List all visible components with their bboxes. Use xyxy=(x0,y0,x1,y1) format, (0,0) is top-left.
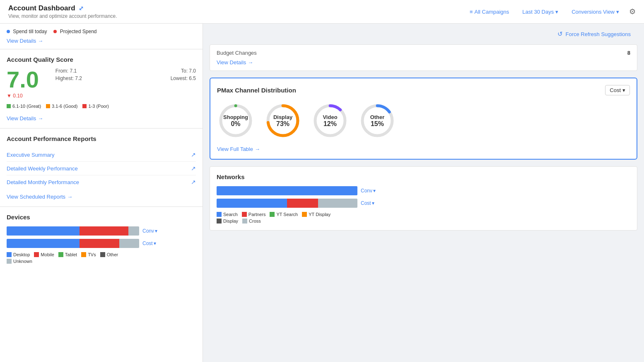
networks-conv-segment-search xyxy=(217,186,357,195)
detailed-weekly-link[interactable]: Detailed Weekly Performance xyxy=(7,165,78,172)
devices-conv-dropdown[interactable]: Conv ▾ xyxy=(142,228,157,234)
pmax-circle-display: Display 73% xyxy=(264,102,301,139)
report-row-monthly: Detailed Monthly Performance ↗ xyxy=(7,175,196,189)
devices-legend-tvs: TVs xyxy=(81,252,96,257)
quality-legend: 6.1-10 (Great) 3.1-6 (Good) 1-3 (Poor) xyxy=(7,104,196,109)
quality-meta-from-to: From: 7.1 To: 7.0 xyxy=(55,68,196,74)
quality-score-card: Account Quality Score 7.0 ▼ 0.10 From: 7… xyxy=(0,49,203,129)
spend-dot-today xyxy=(7,30,10,33)
devices-legend-row2: Unknown xyxy=(7,259,196,264)
spend-legend-projected: Projected Spend xyxy=(53,29,96,34)
networks-conv-dropdown[interactable]: Conv ▾ xyxy=(361,188,376,194)
arrow-right-icon: → xyxy=(38,38,43,44)
report-row-weekly: Detailed Weekly Performance ↗ xyxy=(7,162,196,175)
share-icon[interactable]: ⤢ xyxy=(79,5,84,12)
devices-card: Devices Conv ▾ xyxy=(0,207,203,270)
settings-icon[interactable]: ⚙ xyxy=(629,7,636,16)
header-right: ≡ All Campaigns Last 30 Days ▾ Conversio… xyxy=(466,7,636,17)
header-left: Account Dashboard ⤢ View, monitor and op… xyxy=(8,4,117,19)
quality-score-left: 7.0 ▼ 0.10 xyxy=(7,68,39,99)
budget-changes-value: 8 xyxy=(627,50,630,56)
conversions-view-button[interactable]: Conversions View ▾ xyxy=(568,7,622,17)
chevron-down-icon: ▾ xyxy=(373,188,376,194)
view-scheduled-link[interactable]: View Scheduled Reports → xyxy=(7,194,196,200)
external-link-icon[interactable]: ↗ xyxy=(191,165,196,172)
networks-legend-display: Display xyxy=(217,219,238,224)
chevron-down-icon: ▾ xyxy=(555,9,558,15)
quality-score-title: Account Quality Score xyxy=(7,56,196,63)
networks-cost-dropdown[interactable]: Cost ▾ xyxy=(361,200,374,206)
networks-cost-segment-partners xyxy=(287,199,318,208)
external-link-icon[interactable]: ↗ xyxy=(191,179,196,185)
chevron-down-icon: ▾ xyxy=(372,200,374,206)
detailed-monthly-link[interactable]: Detailed Monthly Performance xyxy=(7,179,79,185)
pmax-circles-row: Shopping 0% Display 73% xyxy=(217,102,630,139)
arrow-right-icon: → xyxy=(255,146,260,152)
devices-conv-row: Conv ▾ xyxy=(7,226,196,236)
spend-card: Spend till today Projected Spend View De… xyxy=(0,24,203,49)
spend-legend: Spend till today Projected Spend xyxy=(7,29,196,34)
budget-changes-card: Budget Changes 8 View Details → xyxy=(210,44,637,71)
cross-icon xyxy=(242,219,247,224)
arrow-right-icon: → xyxy=(67,194,72,200)
devices-cost-dropdown[interactable]: Cost ▾ xyxy=(142,241,156,246)
quality-view-details-link[interactable]: View Details → xyxy=(7,115,196,121)
chevron-down-icon: ▾ xyxy=(154,241,156,246)
networks-legend-yt-display: YT Display xyxy=(302,212,330,217)
pmax-view-full-table-link[interactable]: View Full Table → xyxy=(217,146,630,152)
pmax-view-full-table: View Full Table → xyxy=(217,146,630,152)
date-range-button[interactable]: Last 30 Days ▾ xyxy=(519,7,562,17)
arrow-right-icon: → xyxy=(248,59,253,66)
devices-legend-unknown: Unknown xyxy=(7,259,32,264)
executive-summary-link[interactable]: Executive Summary xyxy=(7,152,55,158)
networks-title: Networks xyxy=(217,173,630,180)
quality-score-delta: ▼ 0.10 xyxy=(7,93,39,99)
networks-cost-bar xyxy=(217,199,357,208)
devices-conv-bar xyxy=(7,226,139,236)
budget-changes-view-details-link[interactable]: View Details → xyxy=(217,59,630,66)
shopping-circle: Shopping 0% xyxy=(217,102,254,139)
quality-meta: From: 7.1 To: 7.0 Highest: 7.2 Lowest: 6… xyxy=(55,68,196,81)
main-content: Spend till today Projected Spend View De… xyxy=(0,24,644,362)
devices-conv-segment-desktop xyxy=(7,226,80,236)
mobile-icon xyxy=(34,252,39,257)
spend-view-details-link[interactable]: View Details → xyxy=(7,38,196,44)
other-icon xyxy=(100,252,105,257)
page-subtitle: View, monitor and optimize account perfo… xyxy=(8,13,117,19)
pmax-circle-video: Video 12% xyxy=(311,102,349,139)
quality-score-value: 7.0 xyxy=(7,68,39,91)
unknown-icon xyxy=(7,259,12,264)
tablet-icon xyxy=(58,252,63,257)
yt-display-icon xyxy=(302,212,307,217)
quality-legend-great: 6.1-10 (Great) xyxy=(7,104,41,109)
great-icon xyxy=(7,104,11,108)
right-panel: ↺ Force Refresh Suggestions Budget Chang… xyxy=(203,24,644,362)
networks-card: Networks Conv ▾ Cost xyxy=(210,166,637,231)
refresh-icon: ↺ xyxy=(557,30,563,38)
pmax-header: PMax Channel Distribution Cost ▾ xyxy=(217,85,630,95)
networks-legend-partners: Partners xyxy=(242,212,266,217)
pmax-cost-dropdown[interactable]: Cost ▾ xyxy=(605,85,630,95)
chevron-down-icon: ▾ xyxy=(155,228,157,234)
all-campaigns-button[interactable]: ≡ All Campaigns xyxy=(466,7,512,17)
good-icon xyxy=(46,104,50,108)
report-row-executive: Executive Summary ↗ xyxy=(7,148,196,162)
arrow-right-icon: → xyxy=(38,115,43,121)
budget-changes-header: Budget Changes 8 xyxy=(217,50,630,56)
networks-conv-row: Conv ▾ xyxy=(217,186,630,195)
search-icon xyxy=(217,212,222,217)
display-circle-text: Display 73% xyxy=(273,114,292,128)
devices-legend-mobile: Mobile xyxy=(34,252,54,257)
devices-conv-segment-mobile xyxy=(80,226,128,236)
top-bar: Account Dashboard ⤢ View, monitor and op… xyxy=(0,0,644,24)
display-icon xyxy=(217,219,222,224)
external-link-icon[interactable]: ↗ xyxy=(191,151,196,158)
chevron-down-icon: ▾ xyxy=(622,87,625,93)
poor-icon xyxy=(82,104,87,108)
quality-meta-high-low: Highest: 7.2 Lowest: 6.5 xyxy=(55,75,196,81)
filter-icon: ≡ xyxy=(470,9,473,15)
networks-cost-segment-search xyxy=(217,199,287,208)
force-refresh-button[interactable]: ↺ Force Refresh Suggestions xyxy=(552,28,636,40)
page-title: Account Dashboard ⤢ xyxy=(8,4,117,12)
devices-cost-segment-desktop xyxy=(7,239,80,248)
